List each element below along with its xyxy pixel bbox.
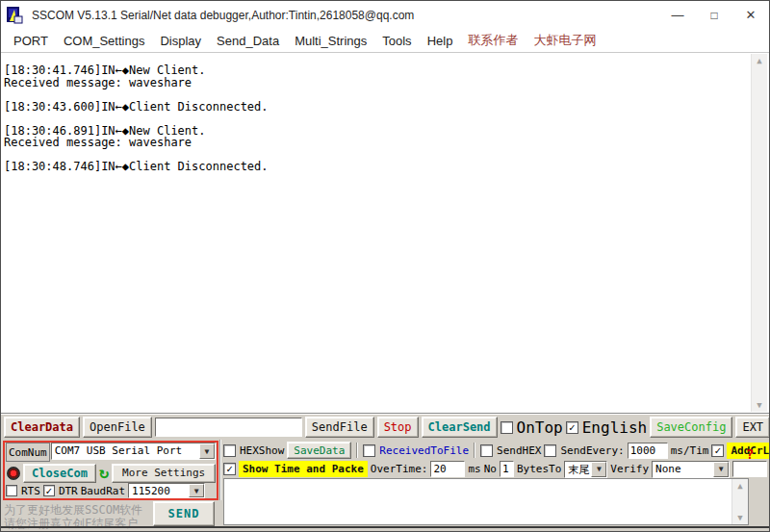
- menu-item-tools[interactable]: Tools: [374, 34, 419, 48]
- baud-rate-select[interactable]: 115200 ▼: [128, 483, 205, 498]
- open-file-button[interactable]: OpenFile: [83, 417, 152, 438]
- hex-show-checkbox-box[interactable]: [223, 444, 236, 457]
- app-window: SSCOM V5.13.1 Serial/Net data debugger,A…: [0, 0, 770, 532]
- chevron-down-icon[interactable]: ▼: [591, 462, 606, 477]
- send-input[interactable]: [224, 479, 732, 524]
- scroll-down-icon[interactable]: ▼: [737, 511, 742, 524]
- scroll-up-icon[interactable]: ▲: [757, 54, 761, 67]
- send-button[interactable]: SEND: [153, 501, 215, 526]
- promo-line-2: 请您注册嘉立创F结尾客户: [4, 517, 142, 530]
- on-top-label: OnTop: [517, 418, 563, 437]
- app-icon: [6, 6, 25, 25]
- menu-item-contact-author[interactable]: 联系作者: [460, 32, 526, 49]
- clear-data-button[interactable]: ClearData: [4, 417, 80, 438]
- over-time-input[interactable]: [430, 461, 465, 477]
- on-top-checkbox-box[interactable]: [500, 421, 513, 434]
- com-port-select[interactable]: COM7 USB Serial Port ▼: [51, 443, 216, 460]
- maximize-button[interactable]: □: [696, 1, 732, 29]
- options-row-2: ✓ Show Time and Packe OverTime: ms No By…: [223, 460, 767, 478]
- group-separator: [474, 443, 475, 458]
- menu-item-multi-strings[interactable]: Multi_Strings: [287, 34, 374, 48]
- send-input-area: ▲ ▼: [223, 478, 749, 525]
- dtr-checkbox-box[interactable]: ✓: [43, 485, 55, 496]
- file-path-input[interactable]: [155, 418, 302, 437]
- verify-value: None: [653, 462, 713, 477]
- send-hex-checkbox-box[interactable]: [480, 444, 493, 457]
- send-input-scrollbar[interactable]: ▲ ▼: [732, 479, 748, 524]
- promo-text: 为了更好地发展SSCOM软件 请您注册嘉立创F结尾客户: [4, 503, 142, 530]
- add-crlf-checkbox-box[interactable]: ✓: [711, 444, 724, 457]
- title-bar: SSCOM V5.13.1 Serial/Net data debugger,A…: [1, 1, 769, 29]
- show-time-checkbox-box[interactable]: ✓: [223, 463, 236, 475]
- com-port-row: ComNum COM7 USB Serial Port ▼: [6, 443, 216, 462]
- received-to-file-checkbox[interactable]: ReceivedToFile: [363, 444, 469, 457]
- verify-select[interactable]: None ▼: [652, 461, 730, 478]
- send-every-label: SendEvery:: [560, 444, 624, 457]
- scroll-down-icon[interactable]: ▼: [757, 398, 761, 412]
- over-time-label: OverTime:: [371, 463, 428, 475]
- send-hex-checkbox[interactable]: SendHEX: [480, 444, 541, 457]
- rts-label: RTS: [21, 485, 40, 497]
- chevron-down-icon[interactable]: ▼: [199, 443, 215, 459]
- show-time-label[interactable]: Show Time and Packe: [239, 461, 368, 477]
- received-to-file-checkbox-box[interactable]: [363, 444, 375, 457]
- send-every-unit-label: ms/Tim: [671, 444, 709, 457]
- menu-item-send-data[interactable]: Send_Data: [209, 34, 287, 48]
- close-com-button[interactable]: CloseCom: [23, 464, 96, 483]
- rts-checkbox[interactable]: RTS: [6, 485, 40, 497]
- verify-extra-field[interactable]: [732, 461, 767, 477]
- send-every-checkbox[interactable]: SendEvery:: [544, 444, 624, 457]
- chevron-down-icon[interactable]: ▼: [713, 462, 729, 477]
- group-separator: [356, 443, 358, 458]
- dtr-checkbox[interactable]: ✓ DTR: [43, 485, 78, 497]
- send-hex-label: SendHEX: [497, 444, 541, 457]
- close-button[interactable]: ✕: [732, 1, 769, 29]
- english-checkbox-box[interactable]: ✓: [566, 421, 578, 434]
- english-checkbox[interactable]: ✓ English: [566, 418, 647, 437]
- terminal-text: [18:30:41.746]IN←◆New Client. Received m…: [1, 53, 769, 173]
- terminal-output[interactable]: [18:30:41.746]IN←◆New Client. Received m…: [1, 53, 769, 414]
- save-data-button[interactable]: SaveData: [287, 442, 351, 459]
- terminal-scrollbar[interactable]: ▲ ▼: [751, 54, 767, 412]
- com-settings-panel: ComNum COM7 USB Serial Port ▼ CloseCom ↻…: [3, 441, 218, 500]
- bottom-panel: ComNum COM7 USB Serial Port ▼ CloseCom ↻…: [1, 440, 769, 531]
- english-label: English: [582, 418, 647, 437]
- menu-item-daxia-site[interactable]: 大虾电子网: [526, 32, 603, 49]
- send-every-interval-input[interactable]: [628, 443, 668, 459]
- chevron-down-icon[interactable]: ▼: [189, 484, 204, 497]
- packet-no-input[interactable]: [500, 461, 514, 477]
- menu-item-com-settings[interactable]: COM_Settings: [56, 34, 153, 48]
- save-config-button[interactable]: SaveConfig: [650, 417, 732, 438]
- send-every-checkbox-box[interactable]: [544, 444, 556, 457]
- baud-rate-value: 115200: [129, 484, 189, 497]
- refresh-icon[interactable]: ↻: [99, 465, 109, 481]
- packet-no-label: No: [484, 463, 497, 475]
- menu-item-display[interactable]: Display: [152, 34, 209, 48]
- rts-checkbox-box[interactable]: [6, 485, 17, 496]
- com-action-row: CloseCom ↻ More Settings: [6, 462, 216, 483]
- minimize-button[interactable]: —: [659, 1, 696, 29]
- panel-divider: [219, 440, 221, 500]
- clear-send-button[interactable]: ClearSend: [422, 417, 498, 438]
- hex-show-label: HEXShow: [240, 444, 284, 457]
- stop-button[interactable]: Stop: [377, 417, 419, 438]
- hex-show-checkbox[interactable]: HEXShow: [223, 444, 284, 457]
- com-status-icon: [7, 467, 20, 480]
- bytes-to-label: BytesTo: [517, 463, 561, 475]
- more-settings-button[interactable]: More Settings: [112, 464, 216, 483]
- ext-button[interactable]: EXT: [735, 417, 770, 438]
- menu-item-port[interactable]: PORT: [6, 34, 56, 48]
- com-line-row: RTS ✓ DTR BaudRat 115200 ▼: [6, 483, 216, 498]
- help-icon[interactable]: ?: [746, 446, 754, 462]
- received-to-file-label: ReceivedToFile: [379, 444, 469, 457]
- window-title: SSCOM V5.13.1 Serial/Net data debugger,A…: [32, 9, 659, 22]
- baud-rate-label: BaudRat: [81, 485, 125, 497]
- on-top-checkbox[interactable]: OnTop: [500, 418, 563, 437]
- menu-bar: PORT COM_Settings Display Send_Data Mult…: [1, 29, 769, 53]
- scroll-up-icon[interactable]: ▲: [737, 479, 742, 493]
- send-file-button[interactable]: SendFile: [305, 417, 374, 438]
- promo-line-1: 为了更好地发展SSCOM软件: [4, 503, 142, 517]
- menu-item-help[interactable]: Help: [420, 34, 461, 48]
- verify-label: Verify: [610, 463, 649, 475]
- bytes-to-select[interactable]: 末尾 ▼: [564, 461, 607, 478]
